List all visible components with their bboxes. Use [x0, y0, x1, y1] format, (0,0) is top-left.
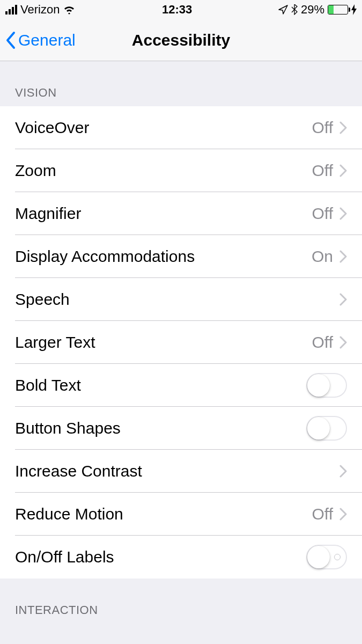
row-larger-text[interactable]: Larger Text Off — [0, 321, 362, 364]
charging-icon — [351, 4, 357, 15]
toggle-button-shapes[interactable] — [306, 416, 347, 441]
row-value: Off — [312, 119, 333, 137]
back-label: General — [18, 31, 76, 49]
row-value: Off — [312, 204, 333, 223]
row-label: Speech — [15, 290, 339, 309]
row-increase-contrast[interactable]: Increase Contrast — [0, 450, 362, 493]
section-header-interaction: INTERACTION — [0, 579, 362, 624]
status-bar: Verizon 12:33 29% — [0, 0, 362, 19]
row-label: Display Accommodations — [15, 247, 312, 266]
chevron-left-icon — [4, 31, 16, 50]
row-label: Button Shapes — [15, 419, 306, 437]
section-header-vision: VISION — [0, 61, 362, 106]
location-icon — [278, 5, 288, 14]
toggle-onoff-labels[interactable] — [306, 545, 347, 569]
row-value: On — [312, 247, 333, 266]
status-left: Verizon — [5, 3, 76, 17]
vision-group: VoiceOver Off Zoom Off Magnifier Off Dis… — [0, 106, 362, 579]
page-title: Accessibility — [132, 31, 230, 49]
chevron-right-icon — [339, 121, 347, 134]
row-voiceover[interactable]: VoiceOver Off — [0, 106, 362, 149]
row-label: On/Off Labels — [15, 548, 306, 566]
row-value: Off — [312, 162, 333, 180]
chevron-right-icon — [339, 465, 347, 478]
row-label: Zoom — [15, 162, 312, 180]
clock: 12:33 — [162, 3, 192, 17]
row-label: Bold Text — [15, 376, 306, 394]
row-label: Magnifier — [15, 204, 312, 223]
row-display-accommodations[interactable]: Display Accommodations On — [0, 235, 362, 278]
chevron-right-icon — [339, 336, 347, 349]
back-button[interactable]: General — [4, 19, 76, 61]
row-label: Reduce Motion — [15, 505, 312, 523]
battery-percent: 29% — [301, 3, 324, 17]
row-speech[interactable]: Speech — [0, 278, 362, 321]
row-button-shapes: Button Shapes — [0, 407, 362, 450]
row-zoom[interactable]: Zoom Off — [0, 149, 362, 192]
chevron-right-icon — [339, 508, 347, 521]
chevron-right-icon — [339, 250, 347, 263]
row-bold-text: Bold Text — [0, 364, 362, 407]
nav-bar: General Accessibility — [0, 19, 362, 61]
row-value: Off — [312, 505, 333, 523]
bluetooth-icon — [291, 4, 298, 15]
chevron-right-icon — [339, 207, 347, 220]
row-reduce-motion[interactable]: Reduce Motion Off — [0, 493, 362, 536]
row-onoff-labels: On/Off Labels — [0, 536, 362, 579]
chevron-right-icon — [339, 293, 347, 306]
row-label: Larger Text — [15, 333, 312, 352]
row-label: Increase Contrast — [15, 462, 339, 480]
status-right: 29% — [278, 3, 357, 17]
toggle-bold-text[interactable] — [306, 373, 347, 398]
battery-icon — [328, 5, 348, 14]
carrier-label: Verizon — [20, 3, 60, 17]
row-label: VoiceOver — [15, 119, 312, 137]
row-value: Off — [312, 333, 333, 352]
row-magnifier[interactable]: Magnifier Off — [0, 192, 362, 235]
cellular-signal-icon — [5, 5, 17, 14]
wifi-icon — [63, 5, 76, 14]
chevron-right-icon — [339, 164, 347, 177]
